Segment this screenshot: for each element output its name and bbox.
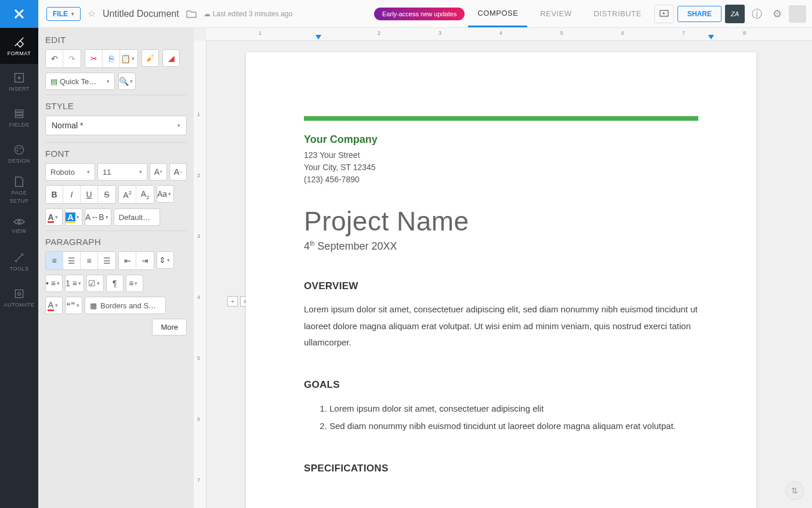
format-painter-button[interactable]: 🖌 <box>142 49 159 67</box>
list-item[interactable]: Sed diam nonummy nibh euismod tincidunt … <box>329 417 698 435</box>
chevron-down-icon: ▾ <box>177 123 180 128</box>
star-icon[interactable]: ☆ <box>88 8 96 19</box>
bold-button[interactable]: B <box>46 186 63 203</box>
change-case-button[interactable]: Aa▾ <box>157 185 174 203</box>
decrease-font-button[interactable]: A− <box>169 163 187 181</box>
align-justify-button[interactable]: ☰ <box>98 252 115 269</box>
increase-indent-button[interactable]: ⇥ <box>136 252 154 269</box>
vertical-ruler[interactable]: 1 2 3 4 5 6 7 <box>194 41 206 508</box>
brush-icon <box>13 35 26 48</box>
presentation-mode-button[interactable] <box>654 5 674 23</box>
decrease-indent-button[interactable]: ⇤ <box>119 252 136 269</box>
indent-marker-right[interactable] <box>708 35 714 39</box>
paragraph-style-select[interactable]: Normal * ▾ <box>45 116 187 135</box>
document-page[interactable]: Your Company 123 Your Street Your City, … <box>246 52 756 508</box>
company-address-2[interactable]: Your City, ST 12345 <box>304 161 698 174</box>
numbered-list-button[interactable]: 1 ≡▾ <box>65 275 84 292</box>
tab-distribute[interactable]: DISTRIBUTE <box>585 1 651 26</box>
undo-icon: ↶ <box>51 54 58 63</box>
vnav-fields[interactable]: FIELDS <box>0 100 38 136</box>
line-spacing-icon: ⇕ <box>159 255 166 265</box>
binoculars-icon: 🔍 <box>119 77 129 86</box>
align-center-button[interactable]: ☰ <box>63 252 81 269</box>
shading-button[interactable]: A▾ <box>45 297 63 314</box>
highlight-color-button[interactable]: A▾ <box>65 208 82 226</box>
clear-format-button[interactable]: ◢ <box>162 49 180 67</box>
vnav-view[interactable]: VIEW <box>0 208 38 244</box>
vnav-automate[interactable]: AUTOMATE <box>0 280 38 316</box>
borders-shading-button[interactable]: ▦Borders and S… <box>85 297 166 314</box>
vnav-format[interactable]: FORMAT <box>0 28 38 64</box>
vnav-tools[interactable]: TOOLS <box>0 244 38 280</box>
share-button[interactable]: SHARE <box>677 6 722 22</box>
overview-heading[interactable]: OVERVIEW <box>304 280 698 292</box>
underline-button[interactable]: U <box>81 186 98 203</box>
specs-heading[interactable]: SPECIFICATIONS <box>304 463 698 474</box>
goals-heading[interactable]: GOALS <box>304 379 698 391</box>
chevron-down-icon: ▾ <box>135 280 137 286</box>
align-right-button[interactable]: ≡ <box>81 252 98 269</box>
chevron-down-icon: ▾ <box>77 214 79 220</box>
add-left-button[interactable]: + <box>227 296 238 307</box>
text-direction-button[interactable]: ≡▾ <box>126 275 143 292</box>
tab-compose[interactable]: COMPOSE <box>468 1 527 27</box>
company-address-1[interactable]: 123 Your Street <box>304 149 698 161</box>
edit-section-title: EDIT <box>45 35 187 45</box>
goals-list[interactable]: Lorem ipsum dolor sit amet, consectetuer… <box>304 400 698 435</box>
early-access-badge[interactable]: Early-access new updates <box>374 8 465 20</box>
copy-button[interactable]: ⎘ <box>103 50 120 67</box>
company-name[interactable]: Your Company <box>304 134 698 146</box>
file-menu-button[interactable]: FILE ▾ <box>46 7 81 21</box>
indent-marker-left[interactable] <box>316 35 321 39</box>
quick-text-button[interactable]: ▤Quick Te… ▾ <box>45 73 115 90</box>
align-left-button[interactable]: ≡ <box>46 252 63 269</box>
align-right-icon: ≡ <box>86 256 91 265</box>
cut-button[interactable]: ✂ <box>85 50 103 67</box>
company-phone[interactable]: (123) 456-7890 <box>304 174 698 186</box>
header-left: FILE ▾ ☆ Untitled Document ☁ Last edited… <box>38 7 292 21</box>
font-size-select[interactable]: 11 ▾ <box>97 163 147 181</box>
redo-button[interactable]: ↷ <box>63 50 81 67</box>
horizontal-ruler[interactable]: 1 2 3 4 5 6 7 8 <box>206 28 812 41</box>
document-scroll[interactable]: 1 2 3 4 5 6 7 + ≡ Your Company 123 Your … <box>194 41 812 508</box>
italic-button[interactable]: I <box>63 186 81 203</box>
tab-review[interactable]: REVIEW <box>531 1 581 26</box>
align-center-icon: ☰ <box>68 256 75 265</box>
chevron-down-icon: ▾ <box>97 280 100 286</box>
gear-icon[interactable]: ⚙ <box>769 8 785 20</box>
list-item[interactable]: Lorem ipsum dolor sit amet, consectetuer… <box>329 400 698 417</box>
quote-button[interactable]: ❝❞▾ <box>65 297 82 314</box>
paste-button[interactable]: 📋▾ <box>120 50 137 67</box>
find-replace-button[interactable]: 🔍▾ <box>118 73 136 90</box>
scroll-navigator-button[interactable]: ⇅ <box>785 481 804 500</box>
default-font-button[interactable]: Default… <box>114 208 160 226</box>
tools-icon <box>13 252 25 264</box>
user-avatar[interactable] <box>789 5 806 23</box>
vnav-insert[interactable]: INSERT <box>0 64 38 100</box>
vnav-page-setup[interactable]: PAGE SETUP <box>0 172 38 208</box>
project-date[interactable]: 4th September 20XX <box>304 240 698 253</box>
vnav-design[interactable]: DESIGN <box>0 136 38 172</box>
text-color-button[interactable]: A▾ <box>45 208 63 226</box>
zia-button[interactable]: ZA <box>725 5 745 23</box>
line-spacing-button[interactable]: ⇕▾ <box>157 251 174 269</box>
chevron-down-icon: ▾ <box>87 169 90 175</box>
undo-button[interactable]: ↶ <box>46 50 63 67</box>
overview-paragraph[interactable]: Lorem ipsum dolor sit amet, consectetuer… <box>304 301 698 351</box>
strikethrough-button[interactable]: S <box>98 186 115 203</box>
character-spacing-button[interactable]: A↔B▾ <box>85 208 111 226</box>
font-family-select[interactable]: Roboto ▾ <box>45 163 95 181</box>
bullet-list-button[interactable]: • ≡▾ <box>45 275 63 292</box>
superscript-button[interactable]: A2 <box>119 186 136 203</box>
info-icon[interactable]: ⓘ <box>748 7 766 21</box>
svg-point-8 <box>17 150 18 152</box>
more-button[interactable]: More <box>152 319 187 336</box>
checklist-button[interactable]: ☑▾ <box>86 275 104 292</box>
subscript-button[interactable]: A2 <box>136 186 154 203</box>
pilcrow-button[interactable]: ¶ <box>106 275 124 292</box>
folder-icon[interactable] <box>186 10 197 18</box>
project-title[interactable]: Project Name <box>304 206 698 237</box>
increase-font-button[interactable]: A+ <box>150 163 167 181</box>
document-title[interactable]: Untitled Document <box>103 9 179 19</box>
app-logo[interactable] <box>0 0 38 28</box>
